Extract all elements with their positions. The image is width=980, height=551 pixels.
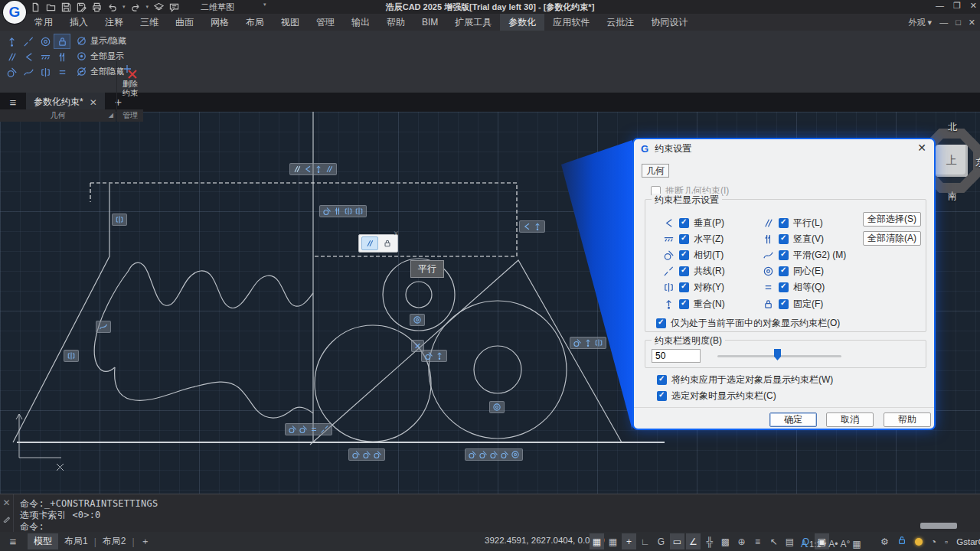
snap-mode-icon[interactable]: + <box>622 533 636 549</box>
tab-close-icon[interactable]: ✕ <box>90 97 97 108</box>
panel-launcher-icon[interactable]: ◢ <box>109 112 113 119</box>
doc-restore-button[interactable]: □ <box>956 18 961 27</box>
collinear-constraint-button[interactable] <box>20 34 37 49</box>
close-button[interactable]: ✕ <box>970 1 977 11</box>
show-all-button[interactable]: 全部显示 <box>74 49 129 64</box>
dialog-close-icon[interactable]: ✕ <box>917 142 926 154</box>
workspace-grid-icon[interactable]: ▦ <box>852 536 861 551</box>
parallel-constraint-icon[interactable] <box>361 236 378 250</box>
show-hide-button[interactable]: 显示/隐藏 <box>74 34 129 48</box>
perpendicular-checkbox[interactable] <box>679 218 689 228</box>
doc-minimize-button[interactable]: — <box>939 18 948 27</box>
polar-track-icon[interactable]: G <box>654 533 668 549</box>
constraint-badge[interactable] <box>96 321 111 333</box>
checkbox-icon[interactable] <box>657 391 667 401</box>
ribbon-tab-插入[interactable]: 插入 <box>61 14 96 31</box>
annotation-scale-icon[interactable]: A <box>801 536 807 551</box>
cancel-button[interactable]: 取消 <box>826 412 874 427</box>
minimize-button[interactable]: — <box>936 1 944 11</box>
status-menu-icon[interactable]: ≡ <box>5 536 21 548</box>
smooth-checkbox[interactable] <box>779 250 789 260</box>
constraint-badge[interactable] <box>64 350 79 362</box>
smooth-constraint-button[interactable] <box>20 64 37 80</box>
concentric-constraint-button[interactable] <box>37 34 54 49</box>
coincident-constraint-button[interactable] <box>3 34 20 49</box>
constraint-badge[interactable] <box>289 163 337 175</box>
layers-icon[interactable]: ▤ <box>782 533 797 549</box>
rect-mode-icon[interactable]: ▭ <box>670 533 684 549</box>
parallel-checkbox[interactable] <box>779 218 789 228</box>
concentric-checkbox[interactable] <box>779 266 789 276</box>
ribbon-tab-帮助[interactable]: 帮助 <box>378 14 413 31</box>
ribbon-tab-三维[interactable]: 三维 <box>132 14 167 31</box>
help-button[interactable]: 帮助 <box>884 412 931 427</box>
ui-lock-icon[interactable] <box>897 536 906 547</box>
appearance-menu[interactable]: 外观 ▾ <box>909 17 933 28</box>
doc-menu-icon[interactable]: ≡ <box>5 96 21 109</box>
ribbon-tab-网格[interactable]: 网格 <box>202 14 237 31</box>
command-line-panel[interactable]: ✕ 命令:_+CONSTRAINTSETTINGS 选项卡索引 <0>:0 命令… <box>0 494 980 532</box>
settings-gear-icon[interactable]: ⚙ <box>880 533 889 549</box>
transparency-input[interactable] <box>652 349 701 363</box>
scale-caret-icon[interactable]: ▾ <box>823 540 826 547</box>
show-on-select-checkbox[interactable]: 选定对象时显示约束栏(C) <box>657 390 776 403</box>
isolate-bulb-icon[interactable] <box>915 538 923 546</box>
clean-screen-icon[interactable]: ▫ <box>945 533 948 549</box>
annotation-scale-value[interactable]: 1:1 <box>809 540 821 549</box>
dialog-title-bar[interactable]: G 约束设置 ✕ <box>634 139 934 158</box>
geometry-tab[interactable]: 几何 <box>642 164 669 178</box>
symmetric-constraint-button[interactable] <box>37 64 54 80</box>
ribbon-tab-扩展工具[interactable]: 扩展工具 <box>446 14 500 31</box>
constraint-badge[interactable] <box>285 423 332 435</box>
tangent-checkbox[interactable] <box>679 250 689 260</box>
angle-icon[interactable]: ∠ <box>686 533 701 549</box>
hatch-icon[interactable]: ▩ <box>718 533 733 549</box>
horizontal-constraint-button[interactable] <box>37 49 54 64</box>
clear-all-button[interactable]: 全部清除(A) <box>863 231 921 246</box>
ribbon-tab-协同设计[interactable]: 协同设计 <box>642 14 696 31</box>
slider-thumb[interactable] <box>774 349 781 360</box>
equal-constraint-button[interactable] <box>54 64 70 80</box>
add-layout-button[interactable]: ＋ <box>141 535 150 548</box>
annotation-auto-icon[interactable]: A° <box>841 536 851 551</box>
view-cube-top-face[interactable]: 上 <box>936 145 968 177</box>
tangent-constraint-button[interactable] <box>3 64 20 80</box>
view-cube-east[interactable]: 东 <box>975 156 980 169</box>
ribbon-tab-视图[interactable]: 视图 <box>273 14 308 31</box>
performance-gauge-icon[interactable]: ◔ <box>931 533 936 549</box>
model-tab[interactable]: 模型 <box>28 533 58 549</box>
ribbon-tab-云批注[interactable]: 云批注 <box>598 14 642 31</box>
grid-display-icon[interactable]: ▦ <box>590 533 604 549</box>
apply-show-checkbox[interactable]: 将约束应用于选定对象后显示约束栏(W) <box>657 373 833 386</box>
fixed-constraint-button[interactable] <box>54 34 70 49</box>
ortho-icon[interactable]: ∟ <box>638 533 652 549</box>
constraint-badge[interactable] <box>465 448 523 461</box>
ribbon-tab-布局[interactable]: 布局 <box>237 14 273 31</box>
grid-snap-icon[interactable]: ▦ <box>606 533 620 549</box>
close-command-icon[interactable]: ✕ <box>2 497 10 508</box>
view-cube-north[interactable]: 北 <box>948 121 957 134</box>
ribbon-tab-常用[interactable]: 常用 <box>26 14 61 31</box>
lineweight-icon[interactable]: ≡ <box>750 533 765 549</box>
select-all-button[interactable]: 全部选择(S) <box>863 212 921 227</box>
restore-button[interactable]: ❐ <box>953 1 961 11</box>
layout2-tab[interactable]: 布局2 <box>103 535 126 548</box>
perpendicular-constraint-button[interactable] <box>20 49 37 64</box>
parallel-constraint-button[interactable] <box>3 49 20 64</box>
constraint-badge[interactable] <box>319 205 367 217</box>
constraint-toolbar[interactable]: ✕ <box>358 234 398 253</box>
coincident-checkbox[interactable] <box>679 299 689 309</box>
command-scrollbar[interactable] <box>920 523 957 529</box>
delete-constraint-button[interactable]: 删除 约束 <box>119 63 142 98</box>
horizontal-checkbox[interactable] <box>679 234 689 244</box>
constraint-badge[interactable] <box>570 337 606 349</box>
ribbon-tab-BIM[interactable]: BIM <box>413 14 446 31</box>
ok-button[interactable]: 确定 <box>769 412 817 427</box>
constraint-badge[interactable] <box>410 314 425 326</box>
constraint-badge[interactable] <box>348 448 385 461</box>
otrack-icon[interactable]: ⊕ <box>734 533 749 549</box>
ribbon-tab-曲面[interactable]: 曲面 <box>167 14 202 31</box>
badge-close-icon[interactable]: ✕ <box>393 230 399 237</box>
cursor-icon[interactable]: ↖ <box>766 533 781 549</box>
constraint-badge[interactable] <box>519 220 545 233</box>
